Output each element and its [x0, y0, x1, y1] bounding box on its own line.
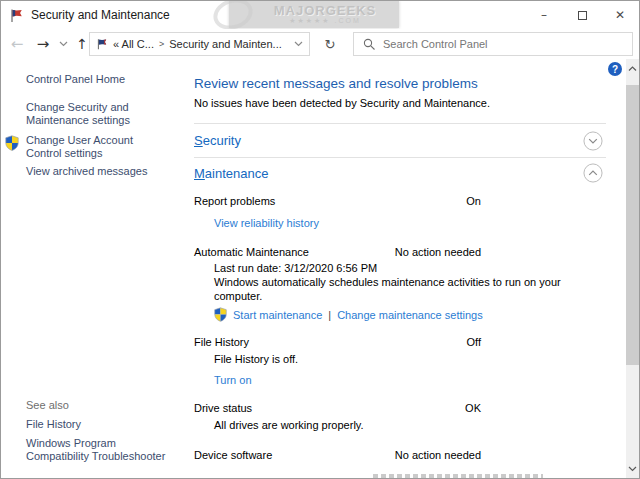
- breadcrumb-current[interactable]: Security and Mainten...: [169, 38, 282, 50]
- majorgeeks-watermark: MAJORGEEKS ★★★★★ .COM: [229, 1, 399, 28]
- view-reliability-history-link[interactable]: View reliability history: [214, 217, 319, 229]
- watermark-text: MAJORGEEKS: [252, 4, 376, 17]
- file-history-label: File History: [194, 336, 249, 348]
- chevron-up-icon: [628, 66, 637, 72]
- maximize-icon: [578, 11, 587, 20]
- last-run-date: Last run date: 3/12/2020 6:56 PM: [194, 261, 606, 275]
- recent-pages-dropdown[interactable]: [56, 29, 70, 59]
- see-also-header: See also: [26, 399, 168, 411]
- automatic-maintenance-label: Automatic Maintenance: [194, 246, 309, 258]
- section-maintenance-title[interactable]: Maintenance: [194, 166, 268, 181]
- minimize-button[interactable]: –: [525, 1, 563, 29]
- device-software-status: No action needed: [395, 448, 481, 462]
- sidebar: Control Panel Home Change Security and M…: [1, 59, 186, 478]
- security-and-maintenance-window: Security and Maintenance MAJORGEEKS ★★★★…: [0, 0, 640, 479]
- report-problems-status: On: [466, 194, 481, 208]
- sidebar-item-file-history[interactable]: File History: [26, 418, 168, 431]
- status-message: No issues have been detected by Security…: [194, 97, 606, 110]
- minimize-icon: –: [541, 8, 547, 22]
- automatic-maintenance-status: No action needed: [395, 245, 481, 259]
- sidebar-item-view-archived[interactable]: View archived messages: [26, 165, 168, 178]
- see-also-section: See also File History Windows Program Co…: [26, 399, 168, 469]
- scrollbar-thumb[interactable]: [626, 85, 639, 365]
- breadcrumb-flag-icon: [96, 38, 108, 50]
- link-separator: |: [328, 309, 331, 321]
- up-icon: ↑: [76, 36, 88, 52]
- help-button[interactable]: ?: [608, 62, 622, 76]
- maximize-button[interactable]: [563, 1, 601, 29]
- security-flag-icon: [9, 8, 24, 23]
- address-bar[interactable]: « All C... > Security and Mainten...: [89, 32, 310, 56]
- uac-shield-icon: [5, 135, 19, 151]
- search-input[interactable]: [383, 38, 632, 50]
- drive-status-detail: All drives are working properly.: [194, 418, 606, 432]
- scroll-down-button[interactable]: [626, 461, 639, 476]
- device-software-row: Device software No action needed: [194, 448, 606, 462]
- page-title: Review recent messages and resolve probl…: [194, 76, 606, 92]
- automatic-maintenance-description: Windows automatically schedules maintena…: [194, 275, 606, 303]
- body-area: Control Panel Home Change Security and M…: [1, 59, 639, 478]
- section-security-title[interactable]: Security: [194, 133, 241, 148]
- drive-status-label: Drive status: [194, 402, 252, 414]
- file-history-status: Off: [467, 335, 481, 349]
- report-problems-links: View reliability history: [194, 213, 606, 231]
- search-box[interactable]: [353, 32, 633, 56]
- scroll-up-button[interactable]: [626, 61, 639, 76]
- file-history-row: File History Off: [194, 335, 606, 349]
- breadcrumb-separator: >: [159, 39, 164, 49]
- section-maintenance[interactable]: Maintenance: [194, 158, 606, 188]
- start-maintenance-link[interactable]: Start maintenance: [233, 308, 322, 322]
- back-icon: ←: [11, 35, 24, 53]
- breadcrumb-parent[interactable]: « All C...: [113, 38, 154, 50]
- address-dropdown-icon[interactable]: [294, 41, 303, 47]
- sidebar-item-change-settings[interactable]: Change Security and Maintenance settings: [26, 101, 168, 127]
- forward-icon: →: [37, 35, 50, 53]
- chevron-down-icon: [59, 41, 68, 47]
- search-icon: [363, 38, 376, 51]
- chevron-down-icon: [628, 466, 637, 472]
- watermark-subtext: ★★★★★ .COM: [267, 17, 361, 25]
- help-icon: ?: [612, 64, 618, 75]
- back-button[interactable]: ←: [5, 29, 29, 59]
- report-problems-label: Report problems: [194, 195, 275, 207]
- report-problems-row: Report problems On: [194, 194, 606, 208]
- collapse-maintenance-icon[interactable]: [583, 163, 603, 183]
- sidebar-item-control-panel-home[interactable]: Control Panel Home: [26, 73, 168, 86]
- automatic-maintenance-row: Automatic Maintenance No action needed: [194, 245, 606, 259]
- maintenance-actions: Start maintenance | Change maintenance s…: [194, 307, 606, 322]
- change-maintenance-settings-link[interactable]: Change maintenance settings: [337, 308, 483, 322]
- main-content: Review recent messages and resolve probl…: [194, 59, 606, 479]
- close-button[interactable]: ✕: [601, 1, 639, 29]
- section-security[interactable]: Security: [194, 124, 606, 157]
- file-history-detail: File History is off.: [194, 352, 606, 366]
- forward-button[interactable]: →: [31, 29, 55, 59]
- drive-status-row: Drive status OK: [194, 401, 606, 415]
- uac-shield-icon: [214, 307, 227, 322]
- title-bar: Security and Maintenance MAJORGEEKS ★★★★…: [1, 1, 639, 29]
- device-software-label: Device software: [194, 449, 272, 461]
- bottom-watermark-fragment: [373, 474, 543, 478]
- turn-on-link[interactable]: Turn on: [214, 374, 252, 386]
- file-history-links: Turn on: [194, 370, 606, 388]
- window-title: Security and Maintenance: [31, 8, 170, 22]
- close-icon: ✕: [615, 8, 625, 22]
- window-controls: – ✕: [525, 1, 639, 29]
- vertical-scrollbar[interactable]: [626, 59, 639, 478]
- drive-status-status: OK: [465, 401, 481, 415]
- refresh-icon: ↻: [325, 37, 336, 52]
- expand-security-icon[interactable]: [583, 131, 603, 151]
- sidebar-item-compat-troubleshooter[interactable]: Windows Program Compatibility Troublesho…: [26, 437, 168, 463]
- refresh-button[interactable]: ↻: [315, 32, 345, 56]
- navigation-bar: ← → ↑ « All C... > Security and Mainten.…: [1, 29, 639, 59]
- sidebar-item-uac-settings[interactable]: Change User Account Control settings: [5, 134, 186, 160]
- sidebar-item-uac-label: Change User Account Control settings: [26, 134, 168, 160]
